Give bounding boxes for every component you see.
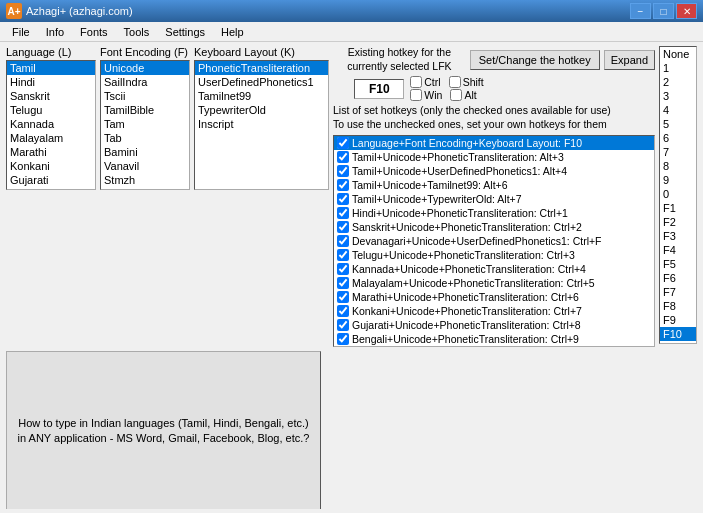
key-0[interactable]: 0	[660, 187, 696, 201]
expand-button[interactable]: Expand	[604, 50, 655, 70]
ctrl-checkbox-label[interactable]: Ctrl	[410, 76, 440, 88]
hotkey-check-11[interactable]	[337, 291, 349, 303]
how-to-button[interactable]: How to type in Indian languages (Tamil, …	[6, 351, 321, 509]
key-f10[interactable]: F10	[660, 327, 696, 341]
key-f1[interactable]: F1	[660, 201, 696, 215]
key-f9[interactable]: F9	[660, 313, 696, 327]
menu-help[interactable]: Help	[213, 24, 252, 40]
font-item-vanavil[interactable]: Vanavil	[101, 159, 189, 173]
alt-checkbox-label[interactable]: Alt	[450, 89, 476, 101]
key-4[interactable]: 4	[660, 103, 696, 117]
key-9[interactable]: 9	[660, 173, 696, 187]
menu-info[interactable]: Info	[38, 24, 72, 40]
key-none[interactable]: None	[660, 47, 696, 61]
hotkey-check-4[interactable]	[337, 193, 349, 205]
font-item-unicode[interactable]: Unicode	[101, 61, 189, 75]
keyboard-layout-listbox[interactable]: PhoneticTransliteration UserDefinedPhone…	[194, 60, 329, 190]
lang-item-marathi[interactable]: Marathi	[7, 145, 95, 159]
lang-item-hindi[interactable]: Hindi	[7, 75, 95, 89]
hotkey-item-0[interactable]: Language+Font Encoding+Keyboard Layout: …	[334, 136, 654, 150]
font-item-stmzh[interactable]: Stmzh	[101, 173, 189, 187]
font-item-sailindra[interactable]: SailIndra	[101, 75, 189, 89]
hotkey-check-14[interactable]	[337, 333, 349, 345]
key-7[interactable]: 7	[660, 145, 696, 159]
lang-item-malayalam[interactable]: Malayalam	[7, 131, 95, 145]
hotkey-check-10[interactable]	[337, 277, 349, 289]
kbd-item-tamilnet99[interactable]: Tamilnet99	[195, 89, 328, 103]
key-8[interactable]: 8	[660, 159, 696, 173]
lang-item-tamil[interactable]: Tamil	[7, 61, 95, 75]
menu-settings[interactable]: Settings	[157, 24, 213, 40]
font-encoding-listbox[interactable]: Unicode SailIndra Tscii TamilBible Tam T…	[100, 60, 190, 190]
key-3[interactable]: 3	[660, 89, 696, 103]
kbd-item-typewriterold[interactable]: TypewriterOld	[195, 103, 328, 117]
language-listbox[interactable]: Tamil Hindi Sanskrit Telugu Kannada Mala…	[6, 60, 96, 190]
hotkey-item-9[interactable]: Kannada+Unicode+PhoneticTransliteration:…	[334, 262, 654, 276]
lang-item-telugu[interactable]: Telugu	[7, 103, 95, 117]
hotkey-item-2[interactable]: Tamil+Unicode+UserDefinedPhonetics1: Alt…	[334, 164, 654, 178]
hotkey-check-5[interactable]	[337, 207, 349, 219]
menu-fonts[interactable]: Fonts	[72, 24, 116, 40]
hotkey-item-1[interactable]: Tamil+Unicode+PhoneticTransliteration: A…	[334, 150, 654, 164]
lang-item-bengali[interactable]: Bengali	[7, 187, 95, 190]
hotkey-item-8[interactable]: Telugu+Unicode+PhoneticTransliteration: …	[334, 248, 654, 262]
font-item-bamini[interactable]: Bamini	[101, 145, 189, 159]
maximize-button[interactable]: □	[653, 3, 674, 19]
hotkey-item-14[interactable]: Bengali+Unicode+PhoneticTransliteration:…	[334, 332, 654, 346]
key-f5[interactable]: F5	[660, 257, 696, 271]
font-item-tab[interactable]: Tab	[101, 131, 189, 145]
hotkey-check-7[interactable]	[337, 235, 349, 247]
key-f8[interactable]: F8	[660, 299, 696, 313]
hotkey-item-6[interactable]: Sanskrit+Unicode+PhoneticTransliteration…	[334, 220, 654, 234]
key-f4[interactable]: F4	[660, 243, 696, 257]
hotkey-item-7[interactable]: Devanagari+Unicode+UserDefinedPhonetics1…	[334, 234, 654, 248]
hotkey-check-8[interactable]	[337, 249, 349, 261]
shift-checkbox[interactable]	[449, 76, 461, 88]
hotkey-item-11[interactable]: Marathi+Unicode+PhoneticTransliteration:…	[334, 290, 654, 304]
hotkey-check-0[interactable]	[337, 137, 349, 149]
font-item-tamilbible[interactable]: TamilBible	[101, 103, 189, 117]
key-f3[interactable]: F3	[660, 229, 696, 243]
hotkey-check-1[interactable]	[337, 151, 349, 163]
key-2[interactable]: 2	[660, 75, 696, 89]
hotkey-check-9[interactable]	[337, 263, 349, 275]
hotkey-check-2[interactable]	[337, 165, 349, 177]
alt-checkbox[interactable]	[450, 89, 462, 101]
kbd-item-inscript[interactable]: Inscript	[195, 117, 328, 131]
hotkey-check-3[interactable]	[337, 179, 349, 191]
key-1[interactable]: 1	[660, 61, 696, 75]
ctrl-checkbox[interactable]	[410, 76, 422, 88]
key-f2[interactable]: F2	[660, 215, 696, 229]
close-button[interactable]: ✕	[676, 3, 697, 19]
hotkey-list[interactable]: Language+Font Encoding+Keyboard Layout: …	[333, 135, 655, 347]
hotkey-item-5[interactable]: Hindi+Unicode+PhoneticTransliteration: C…	[334, 206, 654, 220]
key-f11[interactable]: F11	[660, 341, 696, 344]
win-checkbox[interactable]	[410, 89, 422, 101]
font-item-tscii[interactable]: Tscii	[101, 89, 189, 103]
menu-file[interactable]: File	[4, 24, 38, 40]
hotkey-item-10[interactable]: Malayalam+Unicode+PhoneticTransliteratio…	[334, 276, 654, 290]
key-5[interactable]: 5	[660, 117, 696, 131]
lang-item-kannada[interactable]: Kannada	[7, 117, 95, 131]
key-f6[interactable]: F6	[660, 271, 696, 285]
hotkey-item-13[interactable]: Gujarati+Unicode+PhoneticTransliteration…	[334, 318, 654, 332]
shift-checkbox-label[interactable]: Shift	[449, 76, 484, 88]
lang-item-gujarati[interactable]: Gujarati	[7, 173, 95, 187]
minimize-button[interactable]: −	[630, 3, 651, 19]
hotkey-check-12[interactable]	[337, 305, 349, 317]
kbd-item-phonetic[interactable]: PhoneticTransliteration	[195, 61, 328, 75]
key-6[interactable]: 6	[660, 131, 696, 145]
kbd-item-userdefined[interactable]: UserDefinedPhonetics1	[195, 75, 328, 89]
menu-tools[interactable]: Tools	[116, 24, 158, 40]
hotkey-item-12[interactable]: Konkani+Unicode+PhoneticTransliteration:…	[334, 304, 654, 318]
hotkey-item-4[interactable]: Tamil+Unicode+TypewriterOld: Alt+7	[334, 192, 654, 206]
key-f7[interactable]: F7	[660, 285, 696, 299]
hotkey-item-3[interactable]: Tamil+Unicode+Tamilnet99: Alt+6	[334, 178, 654, 192]
lang-item-sanskrit[interactable]: Sanskrit	[7, 89, 95, 103]
lang-item-konkani[interactable]: Konkani	[7, 159, 95, 173]
key-sidebar-listbox[interactable]: None 1 2 3 4 5 6 7 8 9 0 F1 F2 F3 F4 F5 …	[659, 46, 697, 344]
font-item-shreelipi[interactable]: Shreelipi	[101, 187, 189, 190]
font-item-tam[interactable]: Tam	[101, 117, 189, 131]
hotkey-check-13[interactable]	[337, 319, 349, 331]
set-hotkey-button[interactable]: Set/Change the hotkey	[470, 50, 600, 70]
